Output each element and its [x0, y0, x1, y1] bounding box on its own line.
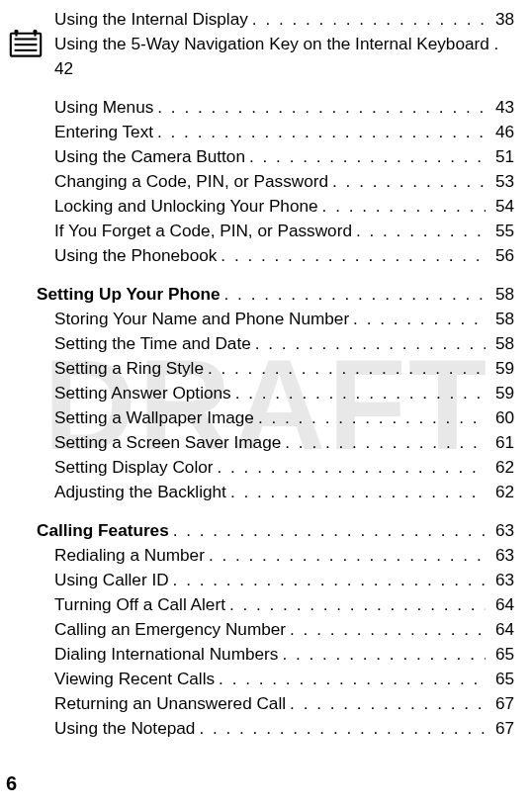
toc-entry: Using Caller ID . . . . . . . . . . . . … [54, 568, 514, 592]
toc-page-num: 60 [486, 405, 514, 430]
toc-entry: Viewing Recent Calls . . . . . . . . . .… [54, 667, 514, 691]
toc-title: Setting a Screen Saver Image [54, 430, 281, 455]
toc-group: Using the Internal Display . . . . . . .… [54, 7, 514, 268]
toc-page-num: 46 [486, 120, 514, 144]
toc-title: Using the 5-Way Navigation Key on the In… [54, 32, 489, 56]
toc-entry: Changing a Code, PIN, or Password . . . … [54, 169, 514, 194]
toc-entry-continuation: 42 [54, 56, 514, 81]
toc-dots: . . . . . . . . . . . . . . . . . . . . … [225, 592, 486, 617]
toc-entry: Using the Camera Button . . . . . . . . … [54, 144, 514, 169]
toc-title: Changing a Code, PIN, or Password [54, 169, 328, 194]
toc-page-num: 63 [486, 543, 514, 568]
toc-title: Setting the Time and Date [54, 331, 251, 356]
toc-page-num: 55 [486, 219, 514, 243]
toc-page-num: 56 [486, 243, 514, 268]
toc-title: Locking and Unlocking Your Phone [54, 194, 318, 219]
toc-dots: . . . . . . . . . . . . . . . . . . . . … [169, 568, 486, 592]
toc-dots: . . . . . . . . . . . . . . . . . . . . … [169, 518, 486, 543]
toc-dots: . . . . . . . . . . . . . . . . . . . . … [286, 617, 486, 642]
toc-page-num: 51 [486, 144, 514, 169]
toc-entry: Using the Internal Display . . . . . . .… [54, 7, 514, 32]
toc-title: Setting a Ring Style [54, 356, 204, 381]
toc-title: If You Forget a Code, PIN, or Password [54, 219, 352, 243]
toc-entry: Setting a Ring Style . . . . . . . . . .… [54, 356, 514, 381]
toc-entry: Using the Notepad . . . . . . . . . . . … [54, 716, 514, 741]
toc-entry: If You Forget a Code, PIN, or Password .… [54, 219, 514, 243]
toc-entry: Setting Display Color . . . . . . . . . … [54, 455, 514, 480]
toc-dots: . . . . . . . . . . . . . . . . . . . . … [352, 219, 486, 243]
toc-title: Returning an Unanswered Call [54, 691, 286, 716]
toc-dots: . . . . . . . . . . . . . . . . . . . . … [248, 7, 486, 32]
toc-dots: . . . . . . . . . . . . . . . . . . . . … [195, 716, 486, 741]
toc-title: Turning Off a Call Alert [54, 592, 225, 617]
toc-page-num: 59 [486, 356, 514, 381]
toc-dots: . . . . . . . . . . . . . . . . . . . . … [221, 282, 486, 307]
toc-dots: . . . . . . . . . . . . . . . . . . . . … [214, 455, 486, 480]
toc-group: Redialing a Number . . . . . . . . . . .… [54, 543, 514, 741]
toc-title: Using Caller ID [54, 568, 169, 592]
toc-page-num: 67 [486, 716, 514, 741]
toc-dots: . . . . . . . . . . . . . . . . . . . . … [328, 169, 486, 194]
toc-dots: . . . . . . . . . . . . . . . . . . . . … [349, 307, 486, 331]
toc-page-num: 58 [486, 282, 514, 307]
toc-page-num: 38 [486, 7, 514, 32]
toc-entry: Entering Text . . . . . . . . . . . . . … [54, 120, 514, 144]
toc-dots: . . . . . . . . . . . . . . . . . . . . … [254, 405, 486, 430]
page-number: 6 [6, 771, 17, 796]
toc-dots: . . . . . . . . . . . . . . . . . . . . … [231, 381, 486, 405]
toc-section-head: Calling Features . . . . . . . . . . . .… [37, 518, 514, 543]
toc-entry: Using the 5-Way Navigation Key on the In… [54, 32, 514, 56]
toc-title: Using the Phonebook [54, 243, 217, 268]
toc-entry: Using Menus . . . . . . . . . . . . . . … [54, 95, 514, 120]
toc-title: Using the Camera Button [54, 144, 245, 169]
toc-dots: . . . . . . . . . . . . . . . . . . . . … [226, 480, 486, 504]
toc-title: Redialing a Number [54, 543, 205, 568]
toc-dots: . . . . . . . . . . . . . . . . . . . . … [278, 642, 485, 667]
toc-title: Setting Answer Options [54, 381, 231, 405]
toc-title: Using Menus [54, 95, 153, 120]
toc-dots: . . . . . . . . . . . . . . . . . . . . … [153, 95, 486, 120]
toc-dots: . . . . . . . . . . . . . . . . . . . . … [217, 243, 486, 268]
toc-title: Adjusting the Backlight [54, 480, 226, 504]
toc-entry: Using the Phonebook . . . . . . . . . . … [54, 243, 514, 268]
toc-dots: . . . . . . . . . . . . . . . . . . . . … [153, 120, 486, 144]
toc-page: Using the Internal Display . . . . . . .… [0, 0, 532, 741]
toc-entry: Returning an Unanswered Call . . . . . .… [54, 691, 514, 716]
toc-entry: Turning Off a Call Alert . . . . . . . .… [54, 592, 514, 617]
toc-entry: Storing Your Name and Phone Number . . .… [54, 307, 514, 331]
toc-title: Calling an Emergency Number [54, 617, 286, 642]
toc-entry: Setting a Wallpaper Image . . . . . . . … [54, 405, 514, 430]
toc-page-num: 62 [486, 455, 514, 480]
toc-page-num: 59 [486, 381, 514, 405]
toc-title: Viewing Recent Calls [54, 667, 215, 691]
toc-page-num: 67 [486, 691, 514, 716]
toc-section-title: Setting Up Your Phone [37, 282, 221, 307]
toc-entry: Dialing International Numbers . . . . . … [54, 642, 514, 667]
toc-dots: . . . . . . . . . . . . . . . . . . . . … [245, 144, 486, 169]
toc-dots: . . . . . . . . . . . . . . . . . . . . … [204, 356, 486, 381]
toc-page-num: 63 [486, 518, 514, 543]
toc-page-num: 64 [486, 617, 514, 642]
toc-title: Storing Your Name and Phone Number [54, 307, 349, 331]
toc-page-num: 58 [486, 307, 514, 331]
toc-entry: Adjusting the Backlight . . . . . . . . … [54, 480, 514, 504]
toc-dots: . . . . . . . . . . . . . . . . . . . . … [251, 331, 486, 356]
toc-page-num: 43 [486, 95, 514, 120]
toc-page-num: 65 [486, 642, 514, 667]
toc-entry: Calling an Emergency Number . . . . . . … [54, 617, 514, 642]
toc-page-num: 58 [486, 331, 514, 356]
toc-entry: Setting Answer Options . . . . . . . . .… [54, 381, 514, 405]
toc-dots: . . . . . . . . . . . . . . . . . . . . … [281, 430, 486, 455]
toc-dots: . . . . . . . . . . . . . . . . . . . . … [215, 667, 486, 691]
toc-dots: . . . . . . . . . . . . . . . . . . . . … [286, 691, 486, 716]
toc-page-num: 53 [486, 169, 514, 194]
toc-page-num: 64 [486, 592, 514, 617]
toc-page-num: 65 [486, 667, 514, 691]
toc-title: Using the Internal Display [54, 7, 248, 32]
toc-page-num: 42 [54, 56, 73, 81]
toc-entry: Setting the Time and Date . . . . . . . … [54, 331, 514, 356]
toc-page-num: 61 [486, 430, 514, 455]
toc-page-num: 62 [486, 480, 514, 504]
toc-title: Entering Text [54, 120, 153, 144]
toc-group: Storing Your Name and Phone Number . . .… [54, 307, 514, 504]
